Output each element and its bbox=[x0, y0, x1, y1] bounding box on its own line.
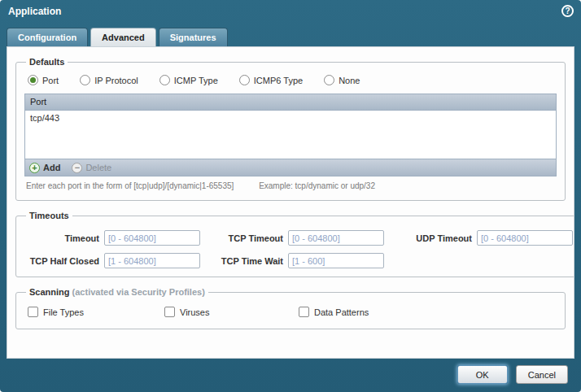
radio-icmp-type-label: ICMP Type bbox=[174, 76, 218, 85]
scanning-legend: Scanning (activated via Security Profile… bbox=[26, 287, 208, 297]
radio-none-control[interactable] bbox=[324, 75, 334, 85]
radio-ip-protocol-control[interactable] bbox=[80, 75, 90, 85]
radio-port-label: Port bbox=[42, 76, 59, 85]
timeouts-fieldset: Timeouts Timeout TCP Timeout UDP Timeout… bbox=[15, 211, 574, 277]
checkbox-viruses[interactable]: Viruses bbox=[164, 307, 299, 317]
port-table-empty-area bbox=[25, 125, 556, 159]
add-icon: + bbox=[29, 163, 40, 173]
checkbox-file-types[interactable]: File Types bbox=[28, 307, 164, 317]
checkbox-data-patterns-control[interactable] bbox=[299, 307, 309, 317]
add-button[interactable]: + Add bbox=[29, 163, 60, 173]
radio-icmp-type[interactable]: ICMP Type bbox=[159, 75, 218, 85]
radio-icmp-type-control[interactable] bbox=[159, 75, 170, 85]
radio-icmp6-type-control[interactable] bbox=[239, 75, 250, 85]
application-dialog: Application ? Configuration Advanced Sig… bbox=[0, 0, 581, 392]
timeouts-grid: Timeout TCP Timeout UDP Timeout TCP Half… bbox=[24, 230, 573, 268]
port-table: Port tcp/443 + Add − Delete bbox=[24, 94, 557, 176]
radio-icmp6-type[interactable]: ICMP6 Type bbox=[239, 75, 303, 85]
scanning-legend-note: (activated via Security Profiles) bbox=[70, 287, 205, 297]
tab-advanced[interactable]: Advanced bbox=[90, 28, 156, 46]
tcp-time-wait-label: TCP Time Wait bbox=[205, 256, 283, 266]
scanning-fieldset: Scanning (activated via Security Profile… bbox=[15, 287, 566, 329]
checkbox-data-patterns-label: Data Patterns bbox=[314, 307, 369, 317]
timeout-label: Timeout bbox=[24, 233, 99, 243]
port-hint-example: Example: tcp/dynamic or udp/32 bbox=[259, 181, 375, 190]
radio-ip-protocol-label: IP Protocol bbox=[94, 76, 138, 85]
udp-timeout-label: UDP Timeout bbox=[389, 233, 472, 243]
radio-port[interactable]: Port bbox=[28, 75, 59, 85]
checkbox-file-types-label: File Types bbox=[43, 307, 84, 317]
delete-button[interactable]: − Delete bbox=[72, 163, 111, 173]
ok-button[interactable]: OK bbox=[457, 365, 508, 384]
tcp-time-wait-input[interactable] bbox=[288, 253, 384, 268]
scanning-legend-title: Scanning bbox=[29, 287, 70, 297]
tcp-timeout-label: TCP Timeout bbox=[205, 233, 283, 243]
tab-bar: Configuration Advanced Signatures bbox=[7, 28, 228, 46]
radio-none[interactable]: None bbox=[324, 75, 360, 85]
port-hint-text: Enter each port in the form of [tcp|udp]… bbox=[26, 181, 234, 190]
tcp-half-closed-label: TCP Half Closed bbox=[24, 256, 99, 266]
help-icon[interactable]: ? bbox=[561, 5, 574, 17]
tab-signatures[interactable]: Signatures bbox=[159, 28, 228, 46]
port-hint: Enter each port in the form of [tcp|udp]… bbox=[26, 181, 557, 190]
defaults-radio-group: Port IP Protocol ICMP Type ICMP6 Type No… bbox=[28, 75, 557, 85]
cancel-button[interactable]: Cancel bbox=[516, 365, 568, 384]
checkbox-file-types-control[interactable] bbox=[28, 307, 38, 317]
port-table-toolbar: + Add − Delete bbox=[25, 159, 556, 176]
dialog-title: Application bbox=[8, 6, 61, 17]
radio-icmp6-type-label: ICMP6 Type bbox=[254, 76, 303, 85]
udp-timeout-input[interactable] bbox=[477, 230, 573, 246]
tcp-timeout-input[interactable] bbox=[288, 230, 384, 246]
dialog-footer: OK Cancel bbox=[457, 365, 568, 384]
scanning-checkbox-group: File Types Viruses Data Patterns bbox=[28, 307, 557, 317]
delete-icon: − bbox=[72, 163, 82, 173]
checkbox-viruses-control[interactable] bbox=[164, 307, 175, 317]
tab-content-panel: Defaults Port IP Protocol ICMP Type ICMP… bbox=[7, 46, 574, 359]
radio-port-control[interactable] bbox=[28, 75, 38, 85]
checkbox-viruses-label: Viruses bbox=[180, 307, 209, 317]
timeout-input[interactable] bbox=[104, 230, 200, 246]
tab-configuration[interactable]: Configuration bbox=[7, 28, 88, 46]
checkbox-data-patterns[interactable]: Data Patterns bbox=[299, 307, 557, 317]
add-button-label: Add bbox=[43, 163, 60, 172]
table-row[interactable]: tcp/443 bbox=[25, 111, 556, 125]
radio-none-label: None bbox=[339, 76, 360, 85]
defaults-fieldset: Defaults Port IP Protocol ICMP Type ICMP… bbox=[15, 57, 566, 201]
tcp-half-closed-input[interactable] bbox=[104, 253, 200, 268]
delete-button-label: Delete bbox=[85, 163, 111, 172]
radio-ip-protocol[interactable]: IP Protocol bbox=[80, 75, 138, 85]
titlebar: Application ? bbox=[0, 0, 581, 23]
port-table-header: Port bbox=[25, 94, 556, 111]
timeouts-legend: Timeouts bbox=[26, 211, 72, 220]
defaults-legend: Defaults bbox=[26, 57, 68, 67]
